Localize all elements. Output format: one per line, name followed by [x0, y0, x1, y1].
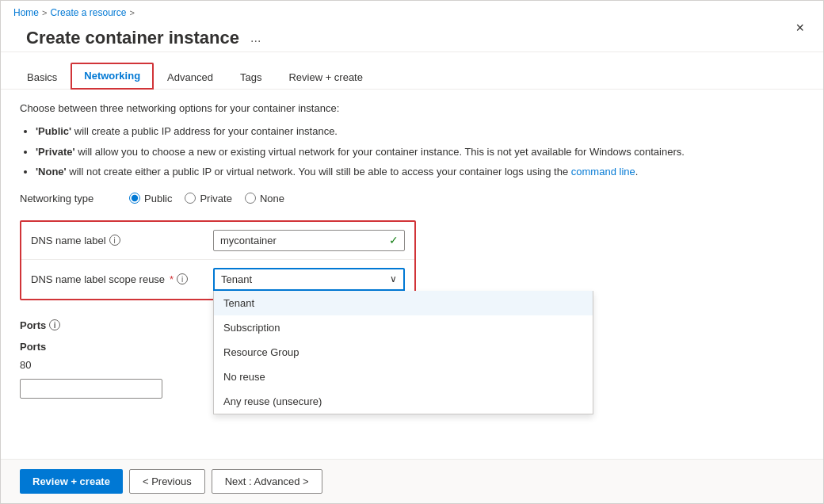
dns-scope-selected: Tenant	[221, 273, 252, 285]
radio-private[interactable]: Private	[185, 193, 231, 204]
tab-advanced[interactable]: Advanced	[154, 64, 227, 90]
radio-public-label: Public	[144, 193, 172, 204]
bullet-private: 'Private' will allow you to choose a new…	[36, 144, 804, 160]
dns-form-section: DNS name label i ✓ DNS name label scope …	[20, 220, 416, 300]
dropdown-item-tenant[interactable]: Tenant	[214, 291, 593, 315]
window-header: Home > Create a resource > Create contai…	[1, 1, 823, 52]
ellipsis-button[interactable]: ...	[246, 29, 265, 47]
dns-scope-info-icon[interactable]: i	[177, 273, 188, 284]
radio-none[interactable]: None	[245, 193, 284, 204]
dns-name-label-text: DNS name label	[31, 235, 106, 246]
radio-none-label: None	[260, 193, 284, 204]
tabs-bar: Basics Networking Advanced Tags Review +…	[1, 52, 823, 90]
breadcrumb: Home > Create a resource >	[13, 7, 278, 18]
review-create-button[interactable]: Review + create	[20, 469, 123, 494]
bullet-public: 'Public' will create a public IP address…	[36, 124, 804, 139]
tab-basics[interactable]: Basics	[13, 64, 71, 90]
networking-type-label: Networking type	[20, 193, 123, 204]
description-text: Choose between three networking options …	[20, 102, 804, 114]
networking-radio-group: Public Private None	[129, 193, 284, 204]
dns-scope-field: Tenant ∨ Tenant Subscription Resource Gr…	[213, 268, 405, 291]
command-line-link[interactable]: command line	[571, 166, 635, 178]
close-button[interactable]: ×	[789, 17, 811, 40]
options-list: 'Public' will create a public IP address…	[36, 124, 804, 180]
dns-name-checkmark: ✓	[389, 234, 399, 246]
dropdown-chevron-icon: ∨	[390, 273, 397, 284]
dns-name-label: DNS name label i	[31, 235, 213, 246]
dns-name-row: DNS name label i ✓	[21, 222, 414, 260]
none-text: will not create either a public IP or vi…	[69, 166, 638, 178]
dns-name-input-wrapper: ✓	[213, 230, 405, 251]
tab-tags[interactable]: Tags	[227, 64, 275, 90]
dropdown-item-subscription[interactable]: Subscription	[214, 315, 593, 340]
breadcrumb-create-resource[interactable]: Create a resource	[50, 7, 126, 18]
dropdown-item-any-reuse[interactable]: Any reuse (unsecure)	[214, 389, 593, 414]
bullet-none: 'None' will not create either a public I…	[36, 164, 804, 180]
tab-review-create[interactable]: Review + create	[275, 64, 376, 90]
main-content: Choose between three networking options …	[1, 90, 823, 459]
none-bold: 'None'	[36, 166, 67, 178]
private-bold: 'Private'	[36, 146, 75, 158]
radio-public[interactable]: Public	[129, 193, 172, 204]
dns-scope-label: DNS name label scope reuse * i	[31, 273, 213, 285]
radio-none-input[interactable]	[245, 193, 256, 204]
radio-private-label: Private	[200, 193, 231, 204]
dns-scope-dropdown-menu: Tenant Subscription Resource Group No re…	[213, 291, 593, 414]
port-add-input[interactable]	[20, 379, 162, 399]
ports-label-text: Ports	[20, 319, 46, 331]
dns-name-input[interactable]	[213, 230, 405, 251]
breadcrumb-home[interactable]: Home	[13, 7, 39, 18]
dns-scope-dropdown-btn[interactable]: Tenant ∨	[213, 268, 405, 291]
dns-scope-dropdown-wrapper: Tenant ∨ Tenant Subscription Resource Gr…	[213, 268, 405, 291]
dns-scope-row: DNS name label scope reuse * i Tenant ∨ …	[21, 260, 414, 299]
private-text: will allow you to choose a new or existi…	[78, 146, 685, 158]
public-bold: 'Public'	[36, 125, 71, 137]
dns-name-field: ✓	[213, 230, 405, 251]
dropdown-item-resource-group[interactable]: Resource Group	[214, 340, 593, 365]
main-window: Home > Create a resource > Create contai…	[0, 0, 824, 504]
ports-info-icon[interactable]: i	[49, 319, 60, 330]
dns-name-info-icon[interactable]: i	[109, 235, 120, 246]
page-title: Create container instance	[26, 28, 239, 48]
public-text: will create a public IP address for your…	[74, 125, 338, 137]
radio-public-input[interactable]	[129, 193, 140, 204]
radio-private-input[interactable]	[185, 193, 196, 204]
networking-type-row: Networking type Public Private None	[20, 193, 804, 204]
footer: Review + create < Previous Next : Advanc…	[1, 459, 823, 503]
breadcrumb-sep2: >	[130, 8, 135, 17]
required-star: *	[170, 273, 174, 285]
dns-scope-label-text: DNS name label scope reuse	[31, 273, 165, 285]
title-row: Create container instance ...	[13, 21, 278, 48]
dropdown-item-no-reuse[interactable]: No reuse	[214, 365, 593, 389]
tab-networking[interactable]: Networking	[71, 63, 154, 90]
next-button[interactable]: Next : Advanced >	[212, 469, 322, 494]
previous-button[interactable]: < Previous	[129, 469, 205, 494]
breadcrumb-sep1: >	[42, 8, 47, 17]
